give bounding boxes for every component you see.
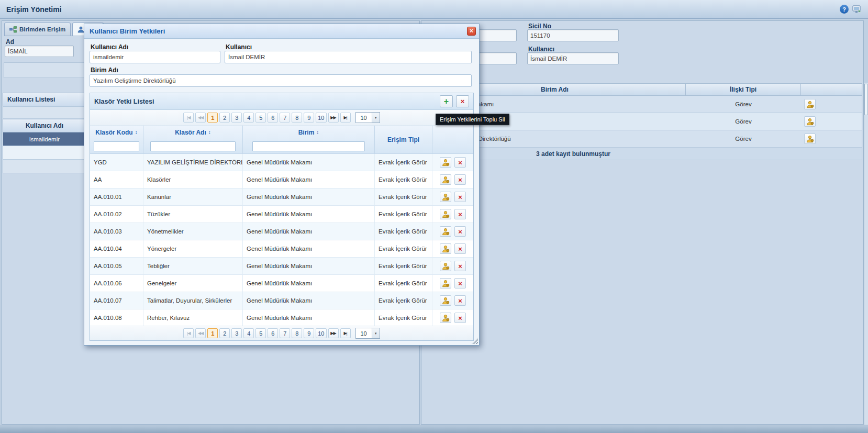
row-permission-button[interactable] [804,99,816,109]
first-page-button[interactable]: |◀ [183,328,194,338]
row-delete-button[interactable]: × [454,278,466,288]
column-header-klasor-adi[interactable]: Klasör Adı ↕ [143,126,242,139]
scrollbar-thumb[interactable] [864,84,868,115]
klasor-kodu-filter-input[interactable] [94,141,139,151]
paginator-top: |◀◀◀12345678910▶▶▶|10▼ [90,110,473,126]
page-button-10[interactable]: 10 [316,328,326,338]
column-label: Birim [298,129,315,136]
kullanici-adi-input[interactable] [90,51,220,63]
birim-filter-input[interactable] [252,141,365,151]
column-header-klasor-kodu[interactable]: Klasör Kodu ↕ [90,126,143,139]
page-button-4[interactable]: 4 [243,113,254,123]
row-permission-button[interactable] [804,116,816,127]
page-button-7[interactable]: 7 [280,328,290,338]
page-button-6[interactable]: 6 [268,113,278,123]
user-name: ismaildemir [3,136,86,142]
page-button-5[interactable]: 5 [255,328,266,338]
column-header-kullanici-adi[interactable]: Kullanıcı Adı [3,122,86,129]
relation-table-header: Birim Adı İlişki Tipi [424,83,862,96]
dialog-header[interactable]: Kullanıcı Birim Yetkileri [84,24,479,39]
page-button-1[interactable]: 1 [207,328,218,338]
page-size-select[interactable]: 10▼ [355,328,380,339]
row-permission-button[interactable] [440,278,451,288]
row-permission-button[interactable] [440,192,451,202]
next-page-button[interactable]: ▶▶ [328,328,339,338]
sort-icon[interactable]: ↕ [208,129,211,135]
page-button-4[interactable]: 4 [243,328,254,338]
ad-input[interactable] [5,46,74,57]
column-birim: Birim ↕ [243,126,375,153]
tab-birimden-erisim[interactable]: Birimden Erişim [4,23,71,36]
page-button-9[interactable]: 9 [304,113,314,123]
row-permission-button[interactable] [440,243,451,254]
kullanici-input[interactable] [527,52,619,64]
add-permission-button[interactable]: + [440,95,453,107]
page-button-6[interactable]: 6 [268,328,278,338]
page-size-select[interactable]: 10▼ [355,112,380,123]
klasor-adi-cell: YAZILIM GELİŞTİRME DİREKTÖRLÜĞÜ [143,154,243,171]
row-permission-button[interactable] [440,209,451,219]
tab-label: Birimden Erişim [19,26,65,32]
help-icon[interactable]: ? [840,5,849,14]
row-permission-button[interactable] [440,174,451,185]
erisim-tipi-cell: Evrak İçerik Görür [375,275,432,292]
row-delete-button[interactable]: × [454,209,466,219]
page-button-2[interactable]: 2 [219,328,230,338]
kullanici-adi-label: Kullanıcı Adı [91,43,128,51]
row-permission-button[interactable] [804,134,816,144]
page-button-10[interactable]: 10 [316,113,326,123]
row-delete-button[interactable]: × [454,243,466,254]
page-button-2[interactable]: 2 [219,113,230,123]
birim-cell: Genel Müdürlük Makamı [243,309,375,326]
row-delete-button[interactable]: × [454,174,466,185]
next-page-button[interactable]: ▶▶ [328,113,339,123]
column-header-iliski-tipi[interactable]: İlişki Tipi [686,84,801,95]
first-page-button[interactable]: |◀ [183,113,194,123]
row-permission-button[interactable] [440,226,451,237]
last-page-button[interactable]: ▶| [340,113,351,123]
last-page-button[interactable]: ▶| [340,328,351,338]
klasor-adi-filter-input[interactable] [150,141,236,151]
page-button-8[interactable]: 8 [292,328,302,338]
open-window-icon[interactable] [852,5,862,13]
row-actions [801,99,862,109]
row-delete-button[interactable]: × [454,157,466,168]
bulk-delete-button[interactable]: × [456,95,469,107]
erisim-tipi-cell: Evrak İçerik Görür [375,292,432,309]
row-delete-button[interactable]: × [454,192,466,202]
row-delete-button[interactable]: × [454,261,466,271]
klasor-kodu-cell: AA.010.08 [90,309,143,326]
page-button-7[interactable]: 7 [280,113,290,123]
page-button-8[interactable]: 8 [292,113,302,123]
iliski-tipi-cell: Görev [686,118,801,125]
sort-icon[interactable]: ↕ [135,129,138,135]
dialog-title: Kullanıcı Birim Yetkileri [90,27,165,35]
page-button-3[interactable]: 3 [231,113,242,123]
row-delete-button[interactable]: × [454,226,466,237]
user-permission-icon [442,262,450,270]
erisim-tipi-cell: Evrak İçerik Görür [375,154,432,171]
row-permission-button[interactable] [440,313,451,323]
page-button-5[interactable]: 5 [255,113,266,123]
row-permission-button[interactable] [440,157,451,168]
birim-adi-input[interactable] [90,74,472,87]
close-button[interactable]: × [467,27,476,36]
column-header-birim[interactable]: Birim ↕ [243,126,374,139]
row-actions: × [432,171,473,188]
vertical-scrollbar[interactable] [864,83,868,425]
row-permission-button[interactable] [440,261,451,271]
prev-page-button[interactable]: ◀◀ [195,328,206,338]
sicil-no-input[interactable] [527,29,619,41]
row-delete-button[interactable]: × [454,313,466,323]
page-button-3[interactable]: 3 [231,328,242,338]
folder-row: AA.010.03YönetmeliklerGenel Müdürlük Mak… [90,223,473,240]
klasor-adi-cell: Rehber, Kılavuz [143,309,243,326]
page-button-9[interactable]: 9 [304,328,314,338]
row-permission-button[interactable] [440,295,451,306]
prev-page-button[interactable]: ◀◀ [195,113,206,123]
delete-icon: × [458,194,462,201]
sort-icon[interactable]: ↕ [316,129,319,135]
row-delete-button[interactable]: × [454,295,466,306]
kullanici-input[interactable] [225,51,472,63]
page-button-1[interactable]: 1 [207,113,218,123]
